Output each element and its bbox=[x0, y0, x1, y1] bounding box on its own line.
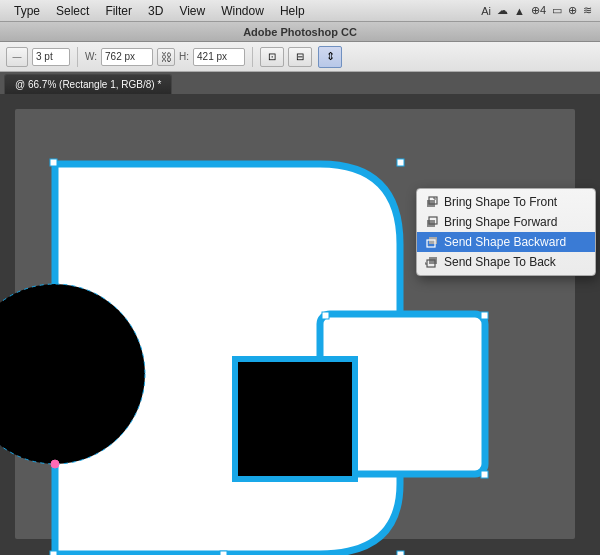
align-btn-2[interactable]: ⊟ bbox=[288, 47, 312, 67]
svg-rect-7 bbox=[50, 159, 57, 166]
canvas-area: Bring Shape To Front Bring Shape Forward… bbox=[0, 94, 600, 555]
ai-icon: Ai bbox=[481, 5, 491, 17]
svg-rect-5 bbox=[235, 359, 355, 479]
artwork-svg bbox=[0, 94, 600, 555]
svg-rect-8 bbox=[397, 159, 404, 166]
bring-forward-icon bbox=[425, 215, 439, 229]
optionsbar: — W: ⛓ H: ⊡ ⊟ ⇕ bbox=[0, 42, 600, 72]
stroke-icon: — bbox=[13, 52, 22, 62]
svg-rect-10 bbox=[397, 551, 404, 555]
menu-help[interactable]: Help bbox=[274, 3, 311, 19]
dropdown-item-bring-forward[interactable]: Bring Shape Forward bbox=[417, 212, 595, 232]
move-icon: ⊕ bbox=[568, 4, 577, 17]
tab-label: @ 66.7% (Rectangle 1, RGB/8) * bbox=[15, 79, 161, 90]
svg-rect-9 bbox=[50, 551, 57, 555]
cc-icon: ⊕4 bbox=[531, 4, 546, 17]
dropdown-item-send-backward[interactable]: Send Shape Backward bbox=[417, 232, 595, 252]
svg-rect-11 bbox=[481, 312, 488, 319]
svg-point-15 bbox=[51, 460, 59, 468]
menubar-right: Ai ☁ ▲ ⊕4 ▭ ⊕ ≋ bbox=[481, 4, 592, 17]
menu-filter[interactable]: Filter bbox=[99, 3, 138, 19]
send-back-icon bbox=[425, 255, 439, 269]
drive-icon: ▲ bbox=[514, 5, 525, 17]
height-input[interactable] bbox=[193, 48, 245, 66]
send-backward-icon bbox=[425, 235, 439, 249]
menu-type[interactable]: Type bbox=[8, 3, 46, 19]
arrange-dropdown: Bring Shape To Front Bring Shape Forward… bbox=[416, 188, 596, 276]
send-backward-label: Send Shape Backward bbox=[444, 235, 566, 249]
link-btn[interactable]: ⛓ bbox=[157, 48, 175, 66]
send-back-label: Send Shape To Back bbox=[444, 255, 556, 269]
align-btn-1[interactable]: ⊡ bbox=[260, 47, 284, 67]
divider-1 bbox=[77, 47, 78, 67]
height-label: H: bbox=[179, 51, 189, 62]
link-icon: ⛓ bbox=[161, 51, 172, 63]
menu-view[interactable]: View bbox=[173, 3, 211, 19]
wifi-icon: ≋ bbox=[583, 4, 592, 17]
stroke-dropdown[interactable]: — bbox=[6, 47, 28, 67]
document-tab[interactable]: @ 66.7% (Rectangle 1, RGB/8) * bbox=[4, 74, 172, 94]
width-label: W: bbox=[85, 51, 97, 62]
stroke-input[interactable] bbox=[32, 48, 70, 66]
monitor-icon: ▭ bbox=[552, 4, 562, 17]
bring-front-label: Bring Shape To Front bbox=[444, 195, 557, 209]
svg-rect-14 bbox=[220, 551, 227, 555]
width-input[interactable] bbox=[101, 48, 153, 66]
bring-forward-label: Bring Shape Forward bbox=[444, 215, 557, 229]
tabbar: @ 66.7% (Rectangle 1, RGB/8) * bbox=[0, 72, 600, 94]
app-title: Adobe Photoshop CC bbox=[243, 26, 357, 38]
align-icon-2: ⊟ bbox=[296, 51, 304, 62]
menu-window[interactable]: Window bbox=[215, 3, 270, 19]
menubar: Type Select Filter 3D View Window Help A… bbox=[0, 0, 600, 22]
arrange-icon: ⇕ bbox=[326, 50, 335, 63]
titlebar: Adobe Photoshop CC bbox=[0, 22, 600, 42]
arrange-button[interactable]: ⇕ bbox=[318, 46, 342, 68]
svg-rect-12 bbox=[481, 471, 488, 478]
menu-3d[interactable]: 3D bbox=[142, 3, 169, 19]
dropdown-item-send-back[interactable]: Send Shape To Back bbox=[417, 252, 595, 272]
bring-front-icon bbox=[425, 195, 439, 209]
cloud-icon: ☁ bbox=[497, 4, 508, 17]
dropdown-item-bring-front[interactable]: Bring Shape To Front bbox=[417, 192, 595, 212]
divider-2 bbox=[252, 47, 253, 67]
menu-select[interactable]: Select bbox=[50, 3, 95, 19]
svg-rect-13 bbox=[322, 312, 329, 319]
align-icon-1: ⊡ bbox=[268, 51, 276, 62]
